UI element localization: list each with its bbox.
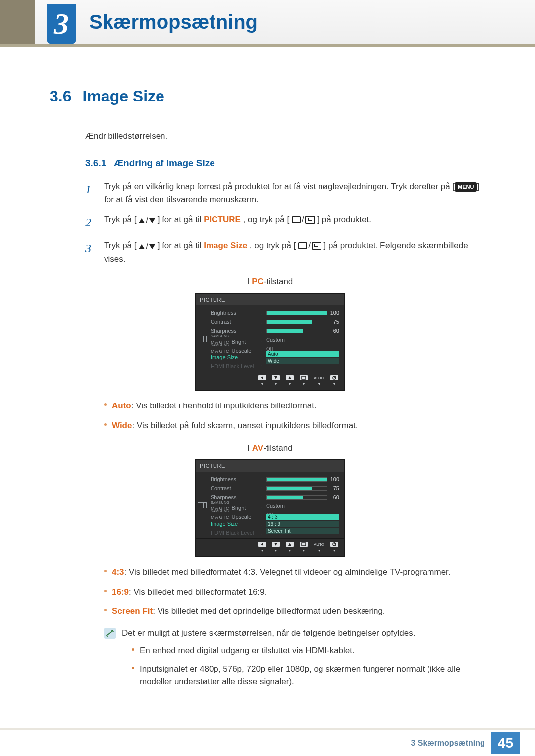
colon-icon: : bbox=[260, 309, 263, 317]
osd-body: Brightness : 100 Contrast : 75 Sharpness… bbox=[196, 305, 344, 372]
step-3: 3 Tryk på [ / ] for at gå til Image Size… bbox=[85, 239, 490, 265]
osd-slider: 60 bbox=[266, 493, 339, 502]
osd-value: 100 bbox=[329, 475, 339, 484]
chevron-down-icon: ▾ bbox=[303, 381, 305, 387]
step-3-mid1: ] for at gå til bbox=[158, 241, 204, 250]
osd-footer-button: ▾ bbox=[300, 375, 308, 387]
osd-aside bbox=[196, 305, 209, 372]
osd-footer-icon bbox=[286, 375, 294, 380]
keyword-image-size: Image Size bbox=[204, 241, 247, 250]
bullet-keyword: Screen Fit bbox=[112, 606, 153, 616]
osd-footer-button: ▾ bbox=[286, 542, 294, 554]
list-item: Auto: Vis billedet i henhold til inputki… bbox=[104, 400, 490, 412]
caption-av: I AV-tilstand bbox=[50, 442, 490, 454]
osd-footer: ▾ ▾ ▾ ▾ AUTO▾ ▾ bbox=[196, 372, 344, 390]
osd-label: Image Size bbox=[211, 353, 257, 362]
note-icon bbox=[104, 628, 116, 639]
osd-footer-icon bbox=[300, 375, 308, 380]
select-enter-icon: / bbox=[292, 213, 315, 226]
header-band: 3 Skærmopsætning bbox=[0, 0, 535, 47]
osd-footer-icon bbox=[258, 375, 266, 380]
osd-footer-button: ▾ bbox=[258, 375, 266, 387]
colon-icon: : bbox=[260, 502, 263, 510]
colon-icon: : bbox=[260, 318, 263, 326]
select-enter-icon: / bbox=[298, 239, 321, 252]
list-item: En enhed med digital udgang er tilslutte… bbox=[132, 644, 490, 657]
menu-button-icon: MENU bbox=[455, 182, 477, 192]
list-item: Inputsignalet er 480p, 576p, 720p eller … bbox=[132, 663, 490, 688]
list-item: 4:3: Vis billedet med billedformatet 4:3… bbox=[104, 566, 490, 579]
osd-dropdown-item: Auto bbox=[266, 351, 339, 357]
up-down-icon: / bbox=[139, 214, 155, 227]
bullet-keyword: 4:3 bbox=[112, 567, 124, 577]
colon-icon: : bbox=[260, 529, 263, 537]
osd-row-brightness: Brightness : 100 bbox=[211, 475, 339, 484]
chapter-number-badge: 3 bbox=[47, 4, 76, 44]
osd-dropdown-item: 4 : 3 bbox=[266, 514, 339, 520]
step-1: 1 Tryk på en vilkårlig knap forrest på p… bbox=[85, 180, 490, 205]
osd-footer-button: ▾ bbox=[330, 542, 338, 554]
colon-icon: : bbox=[260, 520, 263, 528]
note-lead: Det er muligt at justere skærmstørrelsen… bbox=[122, 627, 490, 640]
bullet-keyword: Auto bbox=[112, 401, 131, 410]
header-inner: 3 Skærmopsætning bbox=[35, 0, 535, 44]
osd-label: Contrast bbox=[211, 484, 257, 493]
osd-rows: Brightness : 100 Contrast : 75 Sharpness… bbox=[209, 472, 344, 538]
svg-rect-0 bbox=[302, 376, 306, 379]
osd-footer-auto: AUTO▾ bbox=[314, 542, 324, 554]
aspect-icon bbox=[198, 502, 207, 508]
step-2-post: ] på produktet. bbox=[317, 215, 371, 224]
keyword-picture: PICTURE bbox=[204, 215, 241, 224]
osd-dropdown: AutoWide bbox=[266, 351, 339, 364]
osd-footer-icon bbox=[272, 542, 280, 547]
osd-dropdown-item: Wide bbox=[266, 358, 339, 364]
osd-pc: PICTURE Brightness : 100 Contrast : 75 S… bbox=[50, 293, 490, 391]
osd-rows: Brightness : 100 Contrast : 75 Sharpness… bbox=[209, 305, 344, 372]
osd-footer-icon bbox=[286, 542, 294, 547]
note-box: Det er muligt at justere skærmstørrelsen… bbox=[104, 627, 490, 694]
step-3-body: Tryk på [ / ] for at gå til Image Size ,… bbox=[104, 239, 490, 265]
osd-body: Brightness : 100 Contrast : 75 Sharpness… bbox=[196, 472, 344, 538]
osd-footer-icon bbox=[330, 542, 338, 547]
caption-pc-pre: I bbox=[247, 277, 252, 286]
page-footer: 3 Skærmopsætning 45 bbox=[0, 728, 535, 756]
steps-list: 1 Tryk på en vilkårlig knap forrest på p… bbox=[85, 180, 490, 265]
osd-footer: ▾ ▾ ▾ ▾ AUTO▾ ▾ bbox=[196, 538, 344, 556]
osd-label: Image Size bbox=[211, 520, 257, 528]
chevron-down-icon: ▾ bbox=[333, 548, 335, 554]
osd-label: HDMI Black Level bbox=[211, 529, 257, 537]
colon-icon: : bbox=[260, 353, 263, 362]
chevron-down-icon: ▾ bbox=[261, 381, 263, 387]
step-number: 2 bbox=[85, 213, 96, 231]
chevron-down-icon: ▾ bbox=[318, 548, 320, 554]
footer-breadcrumb: 3 Skærmopsætning bbox=[411, 739, 484, 748]
osd-footer-icon bbox=[272, 375, 280, 380]
colon-icon: : bbox=[260, 493, 263, 502]
osd-footer-auto: AUTO▾ bbox=[314, 375, 324, 387]
chevron-down-icon: ▾ bbox=[303, 548, 305, 554]
osd-title: PICTURE bbox=[196, 294, 344, 306]
bullet-keyword: 16:9 bbox=[112, 587, 129, 597]
chevron-down-icon: ▾ bbox=[275, 548, 277, 554]
av-bullet-list: 4:3: Vis billedet med billedformatet 4:3… bbox=[104, 566, 490, 618]
chevron-down-icon: ▾ bbox=[318, 381, 320, 387]
colon-icon: : bbox=[260, 336, 263, 344]
osd-value: 60 bbox=[329, 493, 339, 502]
caption-pc-kw: PC bbox=[252, 277, 264, 286]
subsection-title: Ændring af Image Size bbox=[114, 158, 215, 168]
osd-label: SAMSUNG MAGIC Upscale bbox=[211, 509, 257, 521]
osd-av: PICTURE Brightness : 100 Contrast : 75 S… bbox=[50, 459, 490, 557]
aspect-icon bbox=[198, 336, 207, 342]
osd-slider: 100 bbox=[266, 309, 339, 317]
step-2-mid2: , og tryk på [ bbox=[243, 215, 290, 224]
osd-slider: 75 bbox=[266, 484, 339, 493]
list-item: Screen Fit: Vis billedet med det oprinde… bbox=[104, 605, 490, 618]
osd-label: HDMI Black Level bbox=[211, 362, 257, 371]
osd-footer-button: ▾ bbox=[286, 375, 294, 387]
osd-footer-icon bbox=[300, 542, 308, 547]
step-2-body: Tryk på [ / ] for at gå til PICTURE , og… bbox=[104, 213, 490, 231]
osd-panel: PICTURE Brightness : 100 Contrast : 75 S… bbox=[195, 459, 345, 557]
bullet-text: : Vis billedet med billedformatet 4:3. V… bbox=[124, 567, 451, 577]
osd-value: 75 bbox=[329, 318, 339, 326]
step-2-pre: Tryk på [ bbox=[104, 215, 137, 224]
